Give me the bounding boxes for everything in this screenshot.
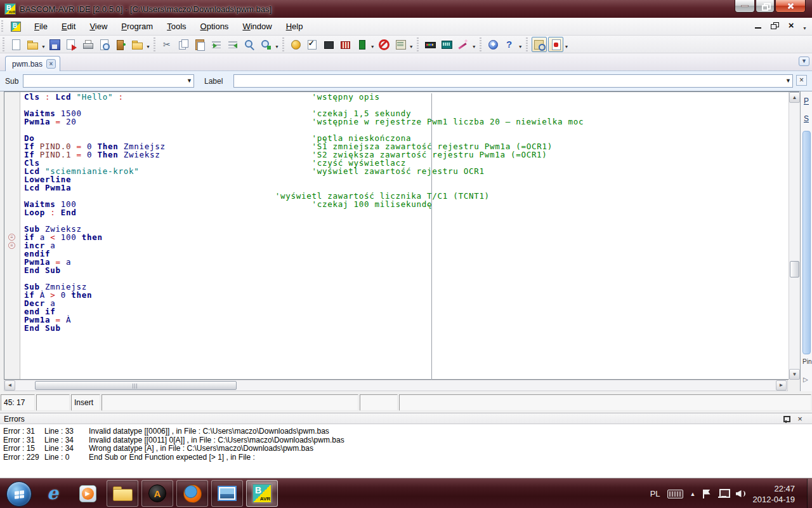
error-row[interactable]: Error : 229Line : 0End Sub or End Functi… — [0, 453, 812, 462]
navigator-close-button[interactable]: × — [796, 75, 807, 86]
paste-button[interactable] — [192, 37, 207, 52]
menu-item-program[interactable]: Program — [114, 19, 160, 34]
syntax-check-button[interactable] — [304, 37, 320, 52]
code-line[interactable] — [21, 274, 787, 283]
scroll-right-icon[interactable]: ► — [776, 380, 787, 391]
write-chip-dropdown-icon[interactable]: ▼ — [370, 44, 375, 49]
mdi-menu-dropdown-icon[interactable]: ▼ — [802, 26, 807, 30]
error-row[interactable]: Error : 15Line : 34Wrong datatype [A] , … — [0, 444, 812, 453]
taskbar-internet-explorer-button[interactable]: e — [37, 480, 69, 507]
about-info-button[interactable] — [485, 37, 501, 52]
save-as-button[interactable] — [63, 37, 79, 52]
keyboard-layout-icon[interactable] — [667, 490, 683, 498]
menu-item-file[interactable]: File — [27, 19, 55, 34]
simulator-button[interactable] — [393, 37, 408, 52]
gutter-marker-icon[interactable]: ≡ — [8, 242, 15, 249]
vertical-scroll-thumb[interactable] — [790, 261, 799, 277]
toolbar-group-grip[interactable] — [525, 37, 529, 51]
network-icon[interactable] — [718, 489, 729, 498]
gutter-marker-icon[interactable]: ≡ — [8, 234, 15, 241]
code-line[interactable]: Lowerline — [21, 175, 787, 184]
close-button[interactable] — [775, 0, 806, 13]
code-line[interactable]: Waitms 100 'czekaj 100 milisekundę — [21, 200, 787, 208]
clock[interactable]: 22:47 2012-04-19 — [753, 483, 796, 505]
open-file-button[interactable] — [25, 37, 40, 52]
show-result-button[interactable] — [321, 37, 336, 52]
tab-pwm-bas[interactable]: pwm.bas × — [5, 56, 60, 71]
volume-icon[interactable] — [736, 489, 746, 498]
action-center-flag-icon[interactable] — [703, 490, 711, 498]
code-line[interactable]: Pwm1a = 20 'wstępnie w rejestrze Pwm1 li… — [21, 117, 787, 126]
program-chip-button[interactable] — [337, 37, 353, 52]
tab-close-icon[interactable]: × — [46, 59, 56, 69]
vertical-scrollbar[interactable]: ▲ ▼ — [789, 92, 799, 380]
code-line[interactable]: Cls : Lcd "Hello" : 'wstępny opis — [21, 93, 787, 101]
taskbar-aimp-button[interactable]: A — [141, 480, 173, 507]
write-chip-button[interactable] — [354, 37, 369, 52]
mdi-close-button[interactable]: × — [786, 20, 796, 30]
code-line[interactable]: End Sub — [21, 324, 787, 332]
indent-button[interactable] — [209, 37, 224, 52]
code-line[interactable]: endif — [21, 250, 787, 258]
pdf-view-button[interactable] — [532, 37, 547, 52]
code-line[interactable]: end if — [21, 307, 787, 316]
mdi-minimize-button[interactable] — [753, 20, 763, 30]
toolbar-group-grip[interactable] — [479, 37, 483, 51]
horizontal-scrollbar[interactable]: ◄ ► — [4, 380, 788, 391]
menu-item-help[interactable]: Help — [279, 19, 310, 34]
compile-button[interactable] — [288, 37, 303, 52]
sub-combo-arrow-icon[interactable]: ▼ — [187, 77, 192, 84]
taskbar-media-player-button[interactable]: ▶ — [72, 480, 103, 507]
taskbar-firefox-button[interactable] — [176, 480, 208, 507]
menu-item-options[interactable]: Options — [193, 19, 236, 34]
code-line[interactable]: Lcd "sciemnianie-krok" 'wyświetl zawarto… — [21, 167, 787, 175]
label-combo-arrow-icon[interactable]: ▼ — [785, 77, 791, 84]
minimize-button[interactable] — [735, 0, 755, 13]
tab-list-dropdown-icon[interactable]: ▼ — [799, 57, 809, 66]
code-line[interactable]: Sub Zwieksz — [21, 225, 787, 233]
toolbar-group-grip[interactable] — [153, 37, 157, 51]
help-button[interactable]: ? — [502, 37, 517, 52]
code-line[interactable]: if À > 0 then — [21, 291, 787, 299]
code-line[interactable] — [21, 217, 787, 225]
start-button[interactable] — [6, 481, 32, 507]
toolbar-grip[interactable] — [1, 20, 4, 33]
copy-button[interactable] — [176, 37, 191, 52]
menu-item-window[interactable]: Window — [235, 19, 278, 34]
toolbar-group-grip[interactable] — [2, 37, 6, 51]
lcd-designer-button[interactable] — [439, 37, 454, 52]
show-desktop-button[interactable] — [807, 479, 812, 508]
tools-wizard-button[interactable] — [455, 37, 471, 52]
pin-icon[interactable] — [782, 415, 790, 423]
restore-button[interactable] — [756, 0, 775, 13]
unindent-button[interactable] — [225, 37, 240, 52]
dock-tab-s[interactable]: S — [804, 114, 809, 123]
tools-wizard-dropdown-icon[interactable]: ▼ — [472, 44, 476, 49]
toolbar-group-grip[interactable] — [282, 37, 285, 51]
cut-button[interactable]: ✂ — [159, 37, 174, 52]
menu-item-view[interactable]: View — [82, 19, 114, 34]
dock-panel-bar[interactable] — [802, 131, 811, 354]
dock-expand-icon[interactable]: ▷ — [803, 376, 808, 383]
pdf-report-button[interactable] — [548, 37, 563, 52]
simulator-dropdown-icon[interactable]: ▼ — [409, 44, 414, 49]
error-row[interactable]: Error : 31Line : 33Invalid datatype [[00… — [0, 427, 812, 436]
code-text[interactable]: Cls : Lcd "Hello" : 'wstępny opisWaitms … — [21, 93, 787, 378]
code-line[interactable]: incr a — [21, 241, 787, 250]
menu-item-edit[interactable]: Edit — [55, 19, 82, 34]
docked-panel-strip[interactable]: P S Pin ▷ — [800, 91, 812, 391]
pdf-report-dropdown-icon[interactable]: ▼ — [565, 44, 569, 49]
code-line[interactable]: Loop : End — [21, 208, 787, 217]
horizontal-scroll-thumb[interactable] — [35, 381, 237, 390]
find-button[interactable] — [242, 37, 257, 52]
label-combobox[interactable]: ▼ — [233, 74, 793, 88]
dock-tab-p[interactable]: P — [804, 97, 809, 105]
menu-item-tools[interactable]: Tools — [160, 19, 193, 34]
open-project-dropdown-icon[interactable]: ▼ — [146, 44, 150, 49]
taskbar-bascom-avr-button[interactable]: BAVR — [246, 480, 278, 507]
taskbar-image-viewer-button[interactable] — [211, 480, 243, 507]
error-row[interactable]: Error : 31Line : 34Invalid datatype [[00… — [0, 436, 812, 444]
toolbar-group-grip[interactable] — [416, 37, 420, 51]
document-icon[interactable]: B — [11, 22, 21, 32]
errors-close-icon[interactable]: × — [796, 414, 804, 424]
